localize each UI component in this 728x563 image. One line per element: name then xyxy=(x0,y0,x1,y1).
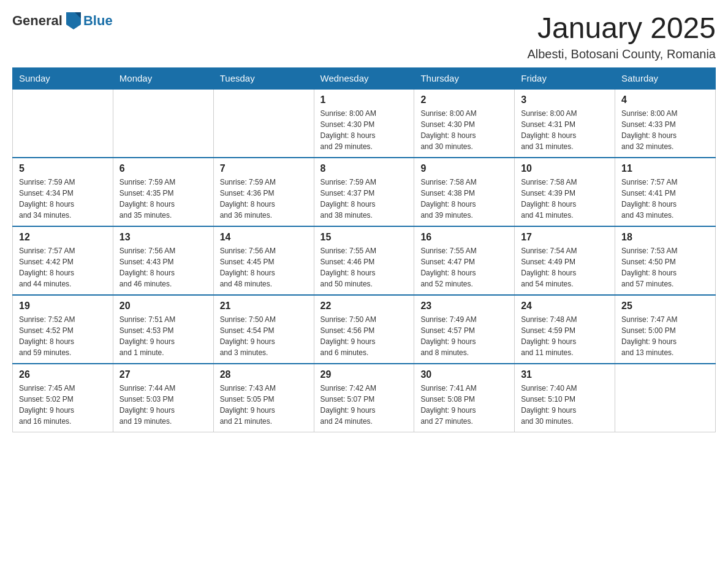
week-row-4: 19Sunrise: 7:52 AM Sunset: 4:52 PM Dayli… xyxy=(13,295,716,364)
calendar-cell: 4Sunrise: 8:00 AM Sunset: 4:33 PM Daylig… xyxy=(615,89,716,158)
day-number: 5 xyxy=(19,163,107,174)
calendar-cell: 22Sunrise: 7:50 AM Sunset: 4:56 PM Dayli… xyxy=(314,295,414,364)
day-number: 29 xyxy=(320,369,408,380)
calendar-header-saturday: Saturday xyxy=(615,67,716,89)
week-row-1: 1Sunrise: 8:00 AM Sunset: 4:30 PM Daylig… xyxy=(13,89,716,158)
calendar-cell: 21Sunrise: 7:50 AM Sunset: 4:54 PM Dayli… xyxy=(213,295,314,364)
calendar-cell: 8Sunrise: 7:59 AM Sunset: 4:37 PM Daylig… xyxy=(314,158,414,226)
day-info: Sunrise: 7:49 AM Sunset: 4:57 PM Dayligh… xyxy=(420,314,508,358)
day-number: 11 xyxy=(621,163,709,174)
calendar-cell: 15Sunrise: 7:55 AM Sunset: 4:46 PM Dayli… xyxy=(314,226,414,295)
day-info: Sunrise: 7:56 AM Sunset: 4:45 PM Dayligh… xyxy=(220,245,308,289)
day-number: 22 xyxy=(320,301,408,312)
calendar-cell xyxy=(615,364,716,432)
day-number: 7 xyxy=(220,163,308,174)
calendar-cell: 5Sunrise: 7:59 AM Sunset: 4:34 PM Daylig… xyxy=(13,158,113,226)
day-number: 18 xyxy=(621,232,709,243)
day-info: Sunrise: 7:59 AM Sunset: 4:34 PM Dayligh… xyxy=(19,177,107,221)
calendar-cell: 7Sunrise: 7:59 AM Sunset: 4:36 PM Daylig… xyxy=(213,158,314,226)
day-number: 28 xyxy=(220,369,308,380)
day-number: 13 xyxy=(119,232,207,243)
page-header: General Blue January 2025 Albesti, Botos… xyxy=(12,12,716,61)
day-number: 12 xyxy=(19,232,107,243)
calendar-cell: 10Sunrise: 7:58 AM Sunset: 4:39 PM Dayli… xyxy=(515,158,615,226)
logo-general: General xyxy=(12,13,63,29)
day-info: Sunrise: 8:00 AM Sunset: 4:30 PM Dayligh… xyxy=(420,108,508,152)
main-title: January 2025 xyxy=(527,12,716,45)
calendar-cell: 9Sunrise: 7:58 AM Sunset: 4:38 PM Daylig… xyxy=(414,158,515,226)
day-info: Sunrise: 7:48 AM Sunset: 4:59 PM Dayligh… xyxy=(521,314,609,358)
day-number: 14 xyxy=(220,232,308,243)
day-number: 6 xyxy=(119,163,207,174)
day-info: Sunrise: 7:59 AM Sunset: 4:37 PM Dayligh… xyxy=(320,177,408,221)
day-number: 3 xyxy=(521,94,609,105)
calendar-cell: 17Sunrise: 7:54 AM Sunset: 4:49 PM Dayli… xyxy=(515,226,615,295)
calendar-cell: 23Sunrise: 7:49 AM Sunset: 4:57 PM Dayli… xyxy=(414,295,515,364)
day-info: Sunrise: 7:56 AM Sunset: 4:43 PM Dayligh… xyxy=(119,245,207,289)
calendar-header-thursday: Thursday xyxy=(414,67,515,89)
day-info: Sunrise: 7:58 AM Sunset: 4:38 PM Dayligh… xyxy=(420,177,508,221)
day-info: Sunrise: 7:44 AM Sunset: 5:03 PM Dayligh… xyxy=(119,383,207,427)
logo-icon xyxy=(66,12,81,29)
calendar-cell: 24Sunrise: 7:48 AM Sunset: 4:59 PM Dayli… xyxy=(515,295,615,364)
calendar-cell: 12Sunrise: 7:57 AM Sunset: 4:42 PM Dayli… xyxy=(13,226,113,295)
day-number: 26 xyxy=(19,369,107,380)
day-info: Sunrise: 8:00 AM Sunset: 4:33 PM Dayligh… xyxy=(621,108,709,152)
day-info: Sunrise: 7:42 AM Sunset: 5:07 PM Dayligh… xyxy=(320,383,408,427)
day-number: 17 xyxy=(521,232,609,243)
calendar-header-tuesday: Tuesday xyxy=(213,67,314,89)
calendar-cell: 26Sunrise: 7:45 AM Sunset: 5:02 PM Dayli… xyxy=(13,364,113,432)
logo: General Blue xyxy=(12,12,113,29)
calendar-cell: 27Sunrise: 7:44 AM Sunset: 5:03 PM Dayli… xyxy=(113,364,213,432)
day-info: Sunrise: 7:47 AM Sunset: 5:00 PM Dayligh… xyxy=(621,314,709,358)
day-info: Sunrise: 7:45 AM Sunset: 5:02 PM Dayligh… xyxy=(19,383,107,427)
day-number: 15 xyxy=(320,232,408,243)
calendar-header-friday: Friday xyxy=(515,67,615,89)
day-info: Sunrise: 7:58 AM Sunset: 4:39 PM Dayligh… xyxy=(521,177,609,221)
calendar-header-monday: Monday xyxy=(113,67,213,89)
day-number: 4 xyxy=(621,94,709,105)
day-number: 21 xyxy=(220,301,308,312)
calendar-cell: 19Sunrise: 7:52 AM Sunset: 4:52 PM Dayli… xyxy=(13,295,113,364)
day-info: Sunrise: 7:53 AM Sunset: 4:50 PM Dayligh… xyxy=(621,245,709,289)
day-number: 16 xyxy=(420,232,508,243)
day-info: Sunrise: 7:54 AM Sunset: 4:49 PM Dayligh… xyxy=(521,245,609,289)
week-row-3: 12Sunrise: 7:57 AM Sunset: 4:42 PM Dayli… xyxy=(13,226,716,295)
calendar-cell: 16Sunrise: 7:55 AM Sunset: 4:47 PM Dayli… xyxy=(414,226,515,295)
day-info: Sunrise: 7:51 AM Sunset: 4:53 PM Dayligh… xyxy=(119,314,207,358)
day-info: Sunrise: 7:40 AM Sunset: 5:10 PM Dayligh… xyxy=(521,383,609,427)
week-row-2: 5Sunrise: 7:59 AM Sunset: 4:34 PM Daylig… xyxy=(13,158,716,226)
day-info: Sunrise: 7:59 AM Sunset: 4:35 PM Dayligh… xyxy=(119,177,207,221)
day-info: Sunrise: 8:00 AM Sunset: 4:30 PM Dayligh… xyxy=(320,108,408,152)
day-number: 24 xyxy=(521,301,609,312)
day-number: 9 xyxy=(420,163,508,174)
calendar-cell: 6Sunrise: 7:59 AM Sunset: 4:35 PM Daylig… xyxy=(113,158,213,226)
day-info: Sunrise: 8:00 AM Sunset: 4:31 PM Dayligh… xyxy=(521,108,609,152)
calendar-header-row: SundayMondayTuesdayWednesdayThursdayFrid… xyxy=(13,67,716,89)
day-info: Sunrise: 7:52 AM Sunset: 4:52 PM Dayligh… xyxy=(19,314,107,358)
calendar-cell: 14Sunrise: 7:56 AM Sunset: 4:45 PM Dayli… xyxy=(213,226,314,295)
day-number: 27 xyxy=(119,369,207,380)
calendar-cell: 30Sunrise: 7:41 AM Sunset: 5:08 PM Dayli… xyxy=(414,364,515,432)
calendar-cell xyxy=(13,89,113,158)
day-info: Sunrise: 7:55 AM Sunset: 4:46 PM Dayligh… xyxy=(320,245,408,289)
calendar-cell: 13Sunrise: 7:56 AM Sunset: 4:43 PM Dayli… xyxy=(113,226,213,295)
logo-blue: Blue xyxy=(83,13,113,29)
day-info: Sunrise: 7:41 AM Sunset: 5:08 PM Dayligh… xyxy=(420,383,508,427)
day-info: Sunrise: 7:57 AM Sunset: 4:42 PM Dayligh… xyxy=(19,245,107,289)
day-number: 31 xyxy=(521,369,609,380)
calendar-cell xyxy=(213,89,314,158)
day-info: Sunrise: 7:59 AM Sunset: 4:36 PM Dayligh… xyxy=(220,177,308,221)
calendar-cell: 2Sunrise: 8:00 AM Sunset: 4:30 PM Daylig… xyxy=(414,89,515,158)
calendar-header-wednesday: Wednesday xyxy=(314,67,414,89)
day-info: Sunrise: 7:43 AM Sunset: 5:05 PM Dayligh… xyxy=(220,383,308,427)
calendar-cell: 3Sunrise: 8:00 AM Sunset: 4:31 PM Daylig… xyxy=(515,89,615,158)
day-number: 1 xyxy=(320,94,408,105)
day-number: 10 xyxy=(521,163,609,174)
day-number: 2 xyxy=(420,94,508,105)
title-block: January 2025 Albesti, Botosani County, R… xyxy=(527,12,716,61)
day-info: Sunrise: 7:50 AM Sunset: 4:56 PM Dayligh… xyxy=(320,314,408,358)
day-info: Sunrise: 7:55 AM Sunset: 4:47 PM Dayligh… xyxy=(420,245,508,289)
day-info: Sunrise: 7:57 AM Sunset: 4:41 PM Dayligh… xyxy=(621,177,709,221)
calendar-cell: 20Sunrise: 7:51 AM Sunset: 4:53 PM Dayli… xyxy=(113,295,213,364)
